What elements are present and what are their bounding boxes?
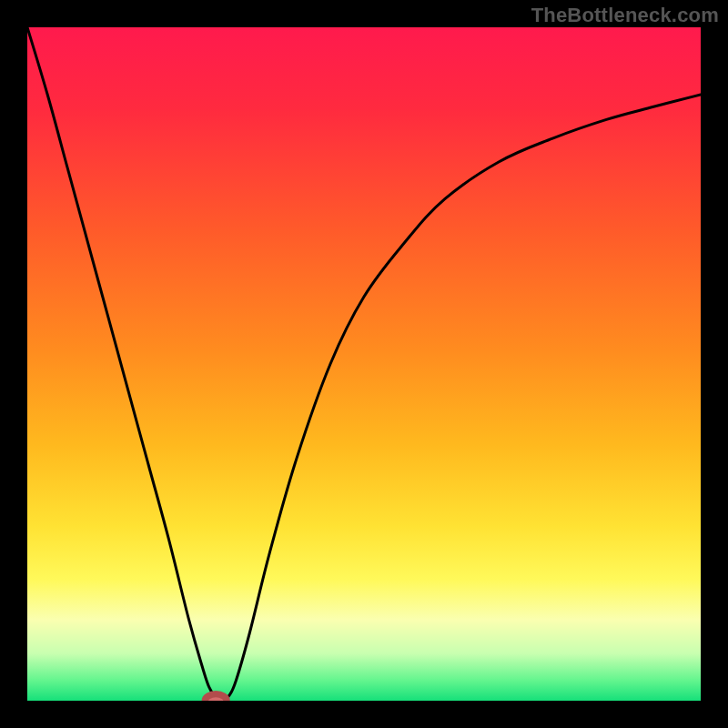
bottleneck-curve <box>27 27 701 701</box>
chart-frame: TheBottleneck.com <box>0 0 728 728</box>
min-marker <box>205 694 227 701</box>
curve-layer <box>27 27 701 701</box>
plot-area <box>27 27 701 701</box>
watermark-text: TheBottleneck.com <box>531 4 719 27</box>
